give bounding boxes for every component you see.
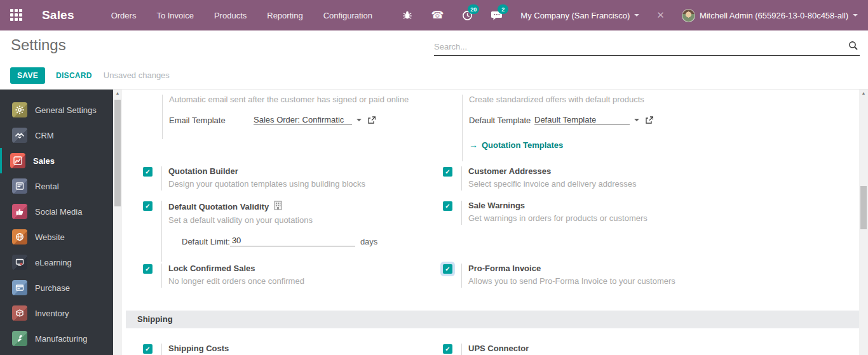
- sidebar-item-sales[interactable]: Sales: [0, 148, 113, 173]
- online-confirmation-setting: Automatic email sent after the customer …: [162, 95, 467, 139]
- email-template-select[interactable]: Sales Order: Confirmatic: [254, 115, 352, 125]
- setting-title: Sale Warnings: [468, 201, 648, 210]
- wrench-icon: [12, 331, 27, 346]
- enterprise-building-icon: [274, 201, 282, 212]
- scroll-up-icon[interactable]: ▲: [859, 91, 868, 95]
- page-title: Settings: [11, 36, 66, 54]
- scroll-up-icon[interactable]: ▲: [113, 91, 122, 95]
- thumbs-up-icon: [12, 204, 27, 219]
- activity-count-badge[interactable]: 20: [468, 4, 479, 14]
- setting-title: UPS Connector: [468, 344, 529, 353]
- app-brand[interactable]: Sales: [42, 8, 74, 22]
- setting-description: Create standardized offers with default …: [469, 95, 818, 104]
- sidebar-item-label: Inventory: [35, 309, 69, 318]
- menu-reporting[interactable]: Reporting: [267, 11, 302, 20]
- default-limit-input[interactable]: 30: [230, 236, 355, 246]
- default-template-select[interactable]: Default Template: [534, 115, 630, 125]
- sidebar-item-general-settings[interactable]: General Settings: [0, 97, 113, 123]
- menu-orders[interactable]: Orders: [111, 11, 137, 20]
- sidebar-item-label: CRM: [35, 131, 54, 140]
- sidebar-item-elearning[interactable]: eLearning: [0, 250, 113, 275]
- setting-title: Customer Addresses: [468, 166, 636, 176]
- sidebar-item-inventory[interactable]: Inventory: [0, 300, 113, 326]
- shipping-section-header: Shipping: [126, 311, 859, 328]
- default-limit-label: Default Limit:: [182, 237, 230, 246]
- discard-button[interactable]: DISCARD: [56, 71, 92, 80]
- menu-products[interactable]: Products: [214, 11, 247, 20]
- search-bar: [434, 38, 860, 56]
- checkbox-customer-addresses[interactable]: [443, 167, 452, 177]
- sidebar-item-website[interactable]: Website: [0, 224, 113, 250]
- setting-customer-addresses: Customer Addresses Select specific invoi…: [443, 166, 799, 191]
- gear-icon: [12, 102, 27, 117]
- checkbox-default-quotation-validity[interactable]: [143, 201, 153, 211]
- company-name: My Company (San Francisco): [520, 11, 630, 20]
- sidebar-item-crm[interactable]: CRM: [0, 123, 113, 148]
- sidebar-item-manufacturing[interactable]: Manufacturing: [0, 326, 113, 351]
- phone-icon[interactable]: ☎: [431, 9, 444, 22]
- settings-sidebar: General Settings CRM Sales Rental: [0, 90, 113, 355]
- menu-configuration[interactable]: Configuration: [323, 11, 372, 20]
- setting-title: Lock Confirmed Sales: [168, 264, 304, 273]
- sidebar-scrollbar-thumb[interactable]: [114, 100, 121, 206]
- setting-description: No longer edit orders once confirmed: [168, 276, 304, 286]
- menu-to-invoice[interactable]: To Invoice: [156, 11, 194, 20]
- sidebar-item-label: Website: [35, 232, 65, 242]
- email-template-label: Email Template: [169, 116, 254, 125]
- top-navbar: Sales Orders To Invoice Products Reporti…: [0, 0, 868, 30]
- quotation-templates-link[interactable]: → Quotation Templates: [469, 140, 818, 150]
- search-icon[interactable]: [848, 41, 858, 53]
- bug-icon[interactable]: [401, 9, 414, 22]
- message-count-badge[interactable]: 2: [498, 4, 508, 14]
- sidebar-scrollbar[interactable]: ▲: [113, 90, 122, 355]
- sidebar-item-social-media[interactable]: Social Media: [0, 199, 113, 224]
- checkbox-quotation-builder[interactable]: [143, 167, 153, 177]
- setting-description: Allows you to send Pro-Forma Invoice to …: [468, 276, 675, 286]
- sidebar-item-label: eLearning: [35, 258, 72, 267]
- quotation-templates-setting: Create standardized offers with default …: [462, 95, 818, 161]
- chevron-down-icon[interactable]: [356, 119, 362, 121]
- main-scrollbar[interactable]: ▲: [859, 90, 868, 355]
- chevron-down-icon[interactable]: [634, 119, 639, 121]
- checkbox-pro-forma-invoice[interactable]: [443, 264, 452, 274]
- user-name: Mitchell Admin (655926-13-0-80c458-all): [700, 11, 848, 20]
- setting-sale-warnings: Sale Warnings Get warnings in orders for…: [443, 201, 799, 225]
- default-template-label: Default Template: [469, 116, 534, 125]
- screen-icon: [12, 255, 27, 270]
- checkbox-sale-warnings[interactable]: [443, 201, 452, 211]
- arrow-right-icon: →: [469, 140, 478, 150]
- main-menu: Orders To Invoice Products Reporting Con…: [111, 11, 372, 20]
- sidebar-item-label: Rental: [35, 182, 59, 191]
- checkbox-ups-connector[interactable]: [443, 344, 452, 354]
- external-link-icon[interactable]: [645, 116, 653, 124]
- checkbox-shipping-costs[interactable]: [143, 344, 153, 354]
- user-menu[interactable]: Mitchell Admin (655926-13-0-80c458-all): [682, 9, 858, 22]
- systray: ☎ 20 2 My Company (San Francisco) ✕ Mitc…: [401, 9, 858, 22]
- tools-inactive-icon[interactable]: ✕: [656, 10, 665, 21]
- setting-description: Design your quotation templates using bu…: [168, 179, 365, 189]
- chevron-down-icon: [853, 14, 858, 17]
- setting-title: Default Quotation Validity: [168, 202, 269, 211]
- settings-page: Sales Orders To Invoice Products Reporti…: [0, 0, 868, 355]
- setting-lock-confirmed-sales: Lock Confirmed Sales No longer edit orde…: [143, 264, 448, 288]
- settings-body: General Settings CRM Sales Rental: [0, 89, 868, 355]
- external-link-icon[interactable]: [367, 116, 376, 124]
- main-scrollbar-thumb[interactable]: [860, 186, 867, 229]
- setting-default-quotation-validity: Default Quotation Validity Set a default…: [143, 201, 448, 262]
- company-switcher[interactable]: My Company (San Francisco): [520, 11, 639, 20]
- checkbox-lock-confirmed-sales[interactable]: [143, 264, 153, 274]
- sidebar-item-purchase[interactable]: Purchase: [0, 275, 113, 300]
- activities-clock-icon[interactable]: 20: [461, 9, 473, 22]
- apps-menu-icon[interactable]: [10, 9, 23, 22]
- search-input[interactable]: [434, 42, 848, 51]
- sidebar-item-rental[interactable]: Rental: [0, 173, 113, 199]
- credit-card-icon: [12, 280, 27, 295]
- messages-chat-icon[interactable]: 2: [491, 9, 503, 22]
- setting-description: Select specific invoice and delivery add…: [468, 179, 636, 189]
- sidebar-item-label: Purchase: [35, 283, 70, 293]
- setting-description: Get warnings in orders for products or c…: [468, 213, 648, 223]
- setting-description: Automatic email sent after the customer …: [169, 95, 467, 104]
- default-limit-suffix: days: [360, 237, 377, 246]
- setting-shipping-costs: Shipping Costs: [143, 344, 448, 355]
- save-button[interactable]: SAVE: [10, 67, 45, 84]
